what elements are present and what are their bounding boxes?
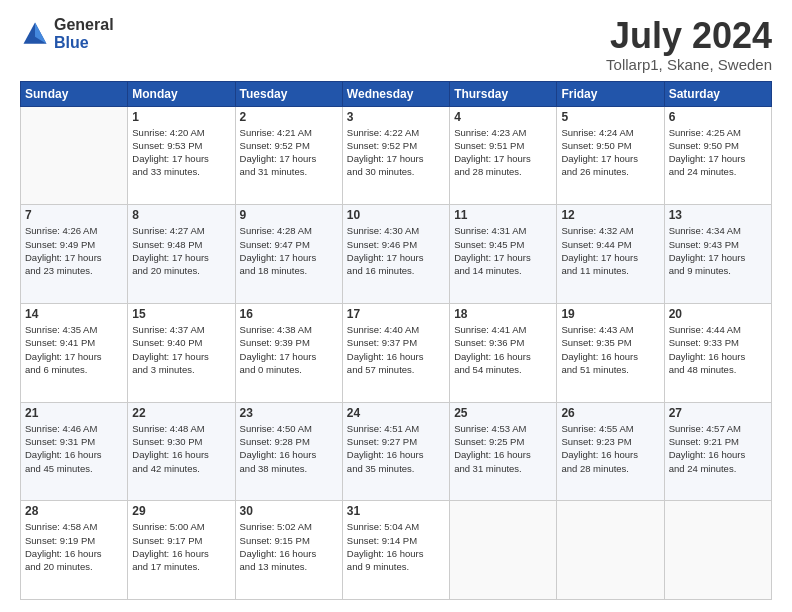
calendar-header-cell: Sunday	[21, 81, 128, 106]
calendar-cell: 8Sunrise: 4:27 AMSunset: 9:48 PMDaylight…	[128, 205, 235, 304]
day-number: 30	[240, 504, 338, 518]
day-number: 19	[561, 307, 659, 321]
day-number: 7	[25, 208, 123, 222]
day-info: Sunrise: 4:24 AMSunset: 9:50 PMDaylight:…	[561, 126, 659, 179]
calendar-cell: 10Sunrise: 4:30 AMSunset: 9:46 PMDayligh…	[342, 205, 449, 304]
day-number: 27	[669, 406, 767, 420]
day-info: Sunrise: 4:20 AMSunset: 9:53 PMDaylight:…	[132, 126, 230, 179]
calendar-cell: 20Sunrise: 4:44 AMSunset: 9:33 PMDayligh…	[664, 303, 771, 402]
calendar-cell: 13Sunrise: 4:34 AMSunset: 9:43 PMDayligh…	[664, 205, 771, 304]
day-info: Sunrise: 4:46 AMSunset: 9:31 PMDaylight:…	[25, 422, 123, 475]
day-info: Sunrise: 4:34 AMSunset: 9:43 PMDaylight:…	[669, 224, 767, 277]
day-info: Sunrise: 5:02 AMSunset: 9:15 PMDaylight:…	[240, 520, 338, 573]
calendar-header-row: SundayMondayTuesdayWednesdayThursdayFrid…	[21, 81, 772, 106]
calendar-cell: 5Sunrise: 4:24 AMSunset: 9:50 PMDaylight…	[557, 106, 664, 205]
day-info: Sunrise: 5:04 AMSunset: 9:14 PMDaylight:…	[347, 520, 445, 573]
calendar-header-cell: Wednesday	[342, 81, 449, 106]
calendar-week-row: 7Sunrise: 4:26 AMSunset: 9:49 PMDaylight…	[21, 205, 772, 304]
day-info: Sunrise: 4:50 AMSunset: 9:28 PMDaylight:…	[240, 422, 338, 475]
day-info: Sunrise: 4:37 AMSunset: 9:40 PMDaylight:…	[132, 323, 230, 376]
day-number: 18	[454, 307, 552, 321]
calendar-week-row: 21Sunrise: 4:46 AMSunset: 9:31 PMDayligh…	[21, 402, 772, 501]
day-number: 12	[561, 208, 659, 222]
day-info: Sunrise: 4:55 AMSunset: 9:23 PMDaylight:…	[561, 422, 659, 475]
calendar-week-row: 28Sunrise: 4:58 AMSunset: 9:19 PMDayligh…	[21, 501, 772, 600]
day-info: Sunrise: 4:41 AMSunset: 9:36 PMDaylight:…	[454, 323, 552, 376]
day-info: Sunrise: 4:22 AMSunset: 9:52 PMDaylight:…	[347, 126, 445, 179]
main-title: July 2024	[606, 16, 772, 56]
day-number: 1	[132, 110, 230, 124]
calendar-week-row: 1Sunrise: 4:20 AMSunset: 9:53 PMDaylight…	[21, 106, 772, 205]
calendar-cell: 21Sunrise: 4:46 AMSunset: 9:31 PMDayligh…	[21, 402, 128, 501]
day-number: 2	[240, 110, 338, 124]
day-number: 9	[240, 208, 338, 222]
header: General Blue July 2024 Tollarp1, Skane, …	[20, 16, 772, 73]
calendar-cell: 7Sunrise: 4:26 AMSunset: 9:49 PMDaylight…	[21, 205, 128, 304]
day-number: 23	[240, 406, 338, 420]
day-number: 31	[347, 504, 445, 518]
calendar-header-cell: Monday	[128, 81, 235, 106]
day-info: Sunrise: 4:27 AMSunset: 9:48 PMDaylight:…	[132, 224, 230, 277]
calendar-cell: 15Sunrise: 4:37 AMSunset: 9:40 PMDayligh…	[128, 303, 235, 402]
calendar-cell: 12Sunrise: 4:32 AMSunset: 9:44 PMDayligh…	[557, 205, 664, 304]
day-number: 13	[669, 208, 767, 222]
day-info: Sunrise: 4:26 AMSunset: 9:49 PMDaylight:…	[25, 224, 123, 277]
day-info: Sunrise: 5:00 AMSunset: 9:17 PMDaylight:…	[132, 520, 230, 573]
day-info: Sunrise: 4:40 AMSunset: 9:37 PMDaylight:…	[347, 323, 445, 376]
day-number: 29	[132, 504, 230, 518]
calendar-cell: 22Sunrise: 4:48 AMSunset: 9:30 PMDayligh…	[128, 402, 235, 501]
calendar-cell: 6Sunrise: 4:25 AMSunset: 9:50 PMDaylight…	[664, 106, 771, 205]
day-info: Sunrise: 4:48 AMSunset: 9:30 PMDaylight:…	[132, 422, 230, 475]
day-number: 8	[132, 208, 230, 222]
day-info: Sunrise: 4:31 AMSunset: 9:45 PMDaylight:…	[454, 224, 552, 277]
calendar-cell: 27Sunrise: 4:57 AMSunset: 9:21 PMDayligh…	[664, 402, 771, 501]
calendar-cell: 1Sunrise: 4:20 AMSunset: 9:53 PMDaylight…	[128, 106, 235, 205]
day-number: 17	[347, 307, 445, 321]
logo-icon	[20, 19, 50, 49]
day-info: Sunrise: 4:43 AMSunset: 9:35 PMDaylight:…	[561, 323, 659, 376]
calendar-cell: 31Sunrise: 5:04 AMSunset: 9:14 PMDayligh…	[342, 501, 449, 600]
subtitle: Tollarp1, Skane, Sweden	[606, 56, 772, 73]
day-number: 3	[347, 110, 445, 124]
calendar-cell: 11Sunrise: 4:31 AMSunset: 9:45 PMDayligh…	[450, 205, 557, 304]
calendar-cell: 24Sunrise: 4:51 AMSunset: 9:27 PMDayligh…	[342, 402, 449, 501]
calendar-cell: 4Sunrise: 4:23 AMSunset: 9:51 PMDaylight…	[450, 106, 557, 205]
day-info: Sunrise: 4:58 AMSunset: 9:19 PMDaylight:…	[25, 520, 123, 573]
calendar-cell: 9Sunrise: 4:28 AMSunset: 9:47 PMDaylight…	[235, 205, 342, 304]
calendar-cell: 17Sunrise: 4:40 AMSunset: 9:37 PMDayligh…	[342, 303, 449, 402]
calendar-cell: 29Sunrise: 5:00 AMSunset: 9:17 PMDayligh…	[128, 501, 235, 600]
day-info: Sunrise: 4:44 AMSunset: 9:33 PMDaylight:…	[669, 323, 767, 376]
day-number: 28	[25, 504, 123, 518]
day-number: 14	[25, 307, 123, 321]
calendar-table: SundayMondayTuesdayWednesdayThursdayFrid…	[20, 81, 772, 600]
calendar-cell: 18Sunrise: 4:41 AMSunset: 9:36 PMDayligh…	[450, 303, 557, 402]
day-number: 16	[240, 307, 338, 321]
logo: General Blue	[20, 16, 114, 51]
calendar-header-cell: Thursday	[450, 81, 557, 106]
day-number: 25	[454, 406, 552, 420]
calendar-body: 1Sunrise: 4:20 AMSunset: 9:53 PMDaylight…	[21, 106, 772, 599]
calendar-cell: 16Sunrise: 4:38 AMSunset: 9:39 PMDayligh…	[235, 303, 342, 402]
day-number: 26	[561, 406, 659, 420]
day-info: Sunrise: 4:23 AMSunset: 9:51 PMDaylight:…	[454, 126, 552, 179]
calendar-cell: 2Sunrise: 4:21 AMSunset: 9:52 PMDaylight…	[235, 106, 342, 205]
title-block: July 2024 Tollarp1, Skane, Sweden	[606, 16, 772, 73]
page: General Blue July 2024 Tollarp1, Skane, …	[0, 0, 792, 612]
calendar-cell: 28Sunrise: 4:58 AMSunset: 9:19 PMDayligh…	[21, 501, 128, 600]
day-info: Sunrise: 4:21 AMSunset: 9:52 PMDaylight:…	[240, 126, 338, 179]
day-info: Sunrise: 4:25 AMSunset: 9:50 PMDaylight:…	[669, 126, 767, 179]
day-info: Sunrise: 4:35 AMSunset: 9:41 PMDaylight:…	[25, 323, 123, 376]
day-info: Sunrise: 4:57 AMSunset: 9:21 PMDaylight:…	[669, 422, 767, 475]
logo-text: General Blue	[54, 16, 114, 51]
calendar-cell	[557, 501, 664, 600]
day-number: 22	[132, 406, 230, 420]
day-number: 15	[132, 307, 230, 321]
day-number: 11	[454, 208, 552, 222]
calendar-cell: 25Sunrise: 4:53 AMSunset: 9:25 PMDayligh…	[450, 402, 557, 501]
calendar-week-row: 14Sunrise: 4:35 AMSunset: 9:41 PMDayligh…	[21, 303, 772, 402]
day-info: Sunrise: 4:30 AMSunset: 9:46 PMDaylight:…	[347, 224, 445, 277]
day-info: Sunrise: 4:51 AMSunset: 9:27 PMDaylight:…	[347, 422, 445, 475]
calendar-cell	[21, 106, 128, 205]
day-info: Sunrise: 4:28 AMSunset: 9:47 PMDaylight:…	[240, 224, 338, 277]
day-number: 6	[669, 110, 767, 124]
